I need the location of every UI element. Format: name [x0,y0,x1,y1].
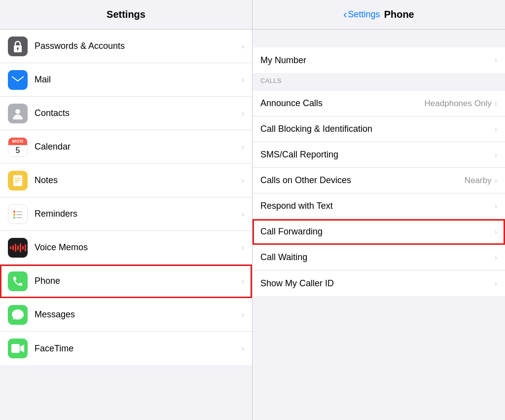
phone-item-my-number[interactable]: My Number › [252,47,505,73]
phone-item-call-waiting[interactable]: Call Waiting › [252,245,505,270]
call-blocking-label: Call Blocking & Identification [260,124,495,134]
phone-item-sms-reporting[interactable]: SMS/Call Reporting › [252,142,505,168]
notes-icon [8,171,28,191]
mail-icon [8,70,28,90]
svg-point-9 [13,211,15,213]
messages-icon [8,305,28,325]
announce-calls-label: Announce Calls [260,98,425,109]
back-chevron-icon: ‹ [343,9,347,20]
svg-point-13 [13,217,15,219]
respond-text-label: Respond with Text [260,201,495,211]
call-forwarding-chevron: › [495,228,497,236]
settings-item-facetime[interactable]: FaceTime › [0,332,252,365]
facetime-icon [8,339,28,358]
call-forwarding-label: Call Forwarding [260,227,495,237]
calls-section: Announce Calls Headphones Only › Call Bl… [252,91,505,296]
show-caller-id-label: Show My Caller ID [260,278,495,289]
phone-item-announce-calls[interactable]: Announce Calls Headphones Only › [252,91,505,116]
svg-rect-2 [17,48,18,50]
reminders-label: Reminders [35,209,242,219]
calls-spacer: CALLS [252,73,505,91]
my-number-chevron: › [495,56,497,65]
respond-text-chevron: › [495,202,497,211]
svg-point-4 [15,109,20,114]
settings-item-mail[interactable]: Mail › [0,63,252,97]
notes-chevron: › [242,176,244,185]
back-button[interactable]: ‹ Settings [343,9,380,20]
settings-item-reminders[interactable]: Reminders › [0,197,252,231]
facetime-label: FaceTime [35,344,242,354]
passwords-chevron: › [242,42,244,51]
sms-reporting-label: SMS/Call Reporting [260,150,495,160]
phone-chevron: › [242,277,244,286]
main-content: Passwords & Accounts › Mail › [0,30,505,420]
call-waiting-chevron: › [495,253,497,262]
svg-rect-15 [11,344,20,353]
call-blocking-chevron: › [495,125,497,134]
call-waiting-label: Call Waiting [260,252,495,263]
settings-item-contacts[interactable]: Contacts › [0,97,252,130]
my-number-label: My Number [260,55,495,66]
settings-item-messages[interactable]: Messages › [0,298,252,332]
phone-item-show-caller-id[interactable]: Show My Caller ID › [252,270,505,296]
show-caller-id-chevron: › [495,279,497,288]
phone-icon [8,271,28,291]
mail-label: Mail [35,75,242,85]
top-bar: Settings ‹ Settings Phone [0,0,505,30]
settings-item-notes[interactable]: Notes › [0,164,252,197]
phone-item-respond-text[interactable]: Respond with Text › [252,193,505,219]
phone-item-call-blocking[interactable]: Call Blocking & Identification › [252,116,505,142]
phone-item-calls-other-devices[interactable]: Calls on Other Devices Nearby › [252,168,505,193]
left-panel: Passwords & Accounts › Mail › [0,30,252,420]
calls-section-header: CALLS [252,73,505,87]
back-label: Settings [348,9,380,20]
svg-point-11 [13,214,15,216]
notes-label: Notes [35,175,242,186]
settings-item-voicememos[interactable]: Voice Memos › [0,231,252,265]
calls-other-devices-value: Nearby [465,176,492,186]
phone-label: Phone [35,276,242,286]
announce-calls-value: Headphones Only [425,99,492,109]
voicememos-icon [8,238,28,258]
announce-calls-chevron: › [495,99,497,108]
passwords-icon [8,37,28,56]
top-spacer [252,30,505,47]
phone-title: Phone [384,9,414,20]
passwords-label: Passwords & Accounts [35,41,242,51]
calls-other-devices-label: Calls on Other Devices [260,175,465,186]
left-header: Settings [0,0,252,29]
facetime-chevron: › [242,344,244,353]
svg-rect-5 [13,175,22,186]
reminders-chevron: › [242,210,244,219]
my-number-section: My Number › [252,47,505,73]
contacts-label: Contacts [35,108,242,118]
settings-item-passwords[interactable]: Passwords & Accounts › [0,30,252,63]
reminders-icon [8,204,28,224]
svg-rect-3 [12,76,24,84]
right-panel: My Number › CALLS Announce Calls Headpho… [252,30,505,420]
phone-item-call-forwarding[interactable]: Call Forwarding › [252,219,505,245]
settings-item-calendar[interactable]: MON 5 Calendar › [0,130,252,164]
calendar-label: Calendar [35,142,242,152]
messages-chevron: › [242,310,244,319]
settings-title: Settings [107,9,145,20]
sms-reporting-chevron: › [495,151,497,159]
contacts-icon [8,104,28,123]
voicememos-chevron: › [242,243,244,252]
settings-list: Passwords & Accounts › Mail › [0,30,252,365]
contacts-chevron: › [242,109,244,118]
messages-label: Messages [35,309,242,320]
calls-other-devices-chevron: › [495,176,497,185]
right-header: ‹ Settings Phone [252,0,505,29]
settings-item-phone[interactable]: Phone › [0,265,252,298]
mail-chevron: › [242,76,244,84]
voicememos-label: Voice Memos [35,242,242,253]
calendar-icon: MON 5 [8,137,28,157]
waveform [10,243,26,253]
calendar-chevron: › [242,143,244,152]
